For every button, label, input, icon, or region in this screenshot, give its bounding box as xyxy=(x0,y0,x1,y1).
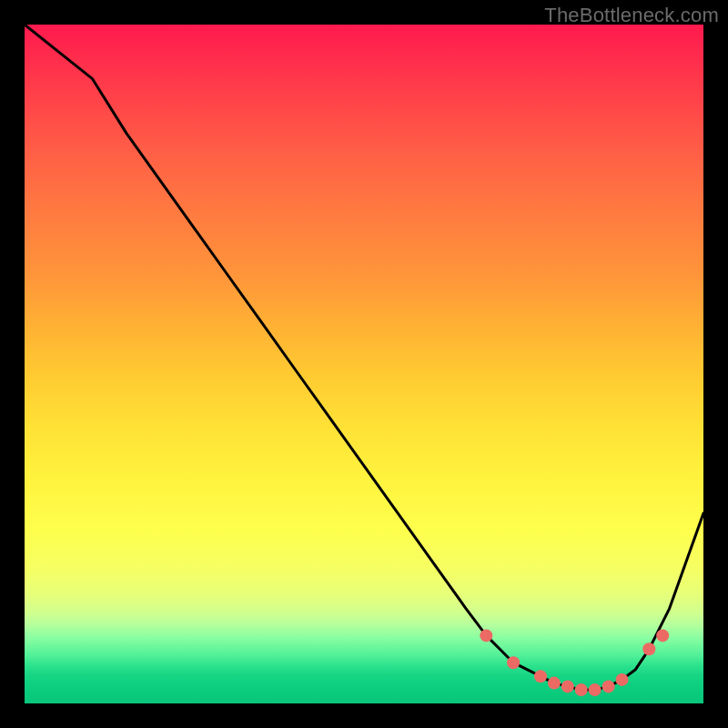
highlight-dot xyxy=(507,656,520,669)
curve-layer xyxy=(25,25,703,703)
highlight-dot xyxy=(656,629,669,642)
bottleneck-curve xyxy=(25,25,703,690)
watermark-text: TheBottleneck.com xyxy=(544,4,719,27)
highlight-dot xyxy=(534,670,547,682)
highlight-dot xyxy=(480,629,492,642)
highlight-dot xyxy=(616,673,629,686)
highlight-dot xyxy=(602,680,615,693)
highlight-dot xyxy=(561,680,574,693)
highlight-dot xyxy=(548,677,561,690)
plot-area xyxy=(25,25,703,703)
highlight-dot xyxy=(642,642,655,655)
highlight-dot xyxy=(575,683,588,696)
chart-frame: TheBottleneck.com xyxy=(0,0,728,728)
highlight-dot xyxy=(589,683,602,696)
